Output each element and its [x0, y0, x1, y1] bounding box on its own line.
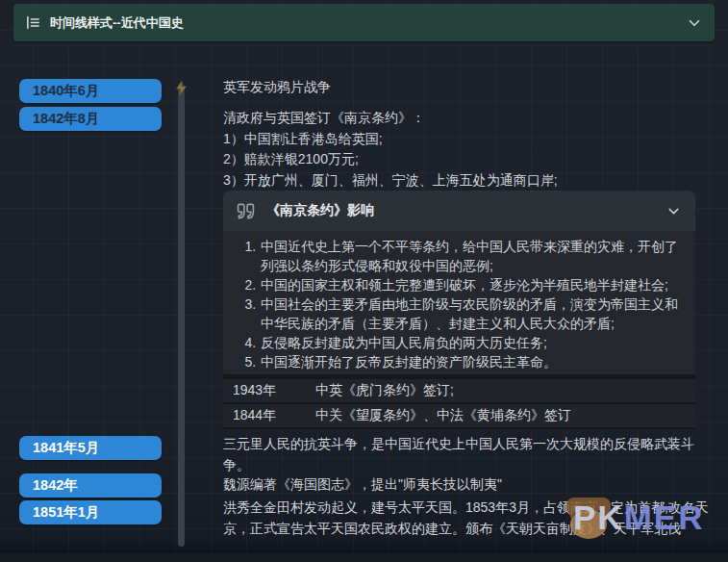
callout-title: 《南京条约》影响	[266, 202, 374, 219]
date-button-1851-01[interactable]: 1851年1月	[19, 500, 162, 524]
table-cell-event: 中关《望厦条约》、中法《黄埔条约》签订	[315, 407, 695, 424]
event-sanyuanli-text: 三元里人民的抗英斗争，是中国近代史上中国人民第一次大规模的反侵略武装斗争。	[223, 434, 712, 475]
callout-body: 中国近代史上第一个不平等条约，给中国人民带来深重的灾难，开创了列强以条约形式侵略…	[223, 231, 695, 379]
nanjing-treaty-item: 3）开放广州、厦门、福州、宁波、上海五处为通商口岸;	[223, 170, 712, 192]
event-nanjing-treaty-block: 清政府与英国签订《南京条约》： 1）中国割让香港岛给英国; 2）赔款洋银2100…	[223, 108, 712, 191]
quote-icon	[237, 202, 255, 220]
timeline-list-icon	[25, 14, 41, 31]
page-title: 时间线样式--近代中国史	[50, 14, 184, 32]
nanjing-impact-callout: 《南京条约》影响 中国近代史上第一个不平等条约，给中国人民带来深重的灾难，开创了…	[223, 191, 695, 379]
nanjing-treaty-title: 清政府与英国签订《南京条约》：	[223, 108, 712, 129]
event-weiyuan-text: 魏源编著《海国图志》，提出"师夷长技以制夷"	[223, 474, 712, 496]
table-cell-event: 中英《虎门条约》签订;	[315, 382, 695, 399]
nanjing-treaty-item: 1）中国割让香港岛给英国;	[223, 129, 712, 150]
timeline-spine	[178, 84, 185, 547]
lightning-icon	[173, 80, 189, 96]
date-button-1842[interactable]: 1842年	[19, 473, 162, 498]
event-taiping-text: 洪秀全金田村发动起义，建号太平天国。1853年3月，占领南京，定为首都,改名天京…	[223, 497, 712, 539]
callout-list-item: 中国的国家主权和领土完整遭到破坏，逐步沦为半殖民地半封建社会;	[260, 275, 680, 294]
event-opium-war-text: 英军发动鸦片战争	[223, 77, 712, 98]
timeline-header[interactable]: 时间线样式--近代中国史	[13, 4, 715, 41]
table-cell-year: 1844年	[223, 407, 315, 424]
nanjing-treaty-item: 2）赔款洋银2100万元;	[223, 149, 712, 170]
treaty-table: 1943年 中英《虎门条约》签订; 1844年 中关《望厦条约》、中法《黄埔条约…	[223, 374, 695, 429]
date-button-1840-06[interactable]: 1840年6月	[19, 79, 162, 103]
table-row: 1943年 中英《虎门条约》签订;	[223, 379, 695, 404]
date-button-1842-08[interactable]: 1842年8月	[19, 107, 162, 131]
header-collapse-chevron-icon[interactable]	[686, 14, 703, 32]
callout-list-item: 中国社会的主要矛盾由地主阶级与农民阶级的矛盾，演变为帝国主义和中华民族的矛盾（主…	[260, 294, 680, 333]
callout-collapse-chevron-icon[interactable]	[665, 203, 682, 219]
callout-list-item: 反侵略反封建成为中国人民肩负的两大历史任务;	[260, 333, 680, 352]
bottom-edge-strip	[0, 553, 728, 562]
callout-list-item: 中国逐渐开始了反帝反封建的资产阶级民主革命。	[260, 352, 680, 371]
date-button-1841-05[interactable]: 1841年5月	[19, 436, 162, 460]
callout-list-item: 中国近代史上第一个不平等条约，给中国人民带来深重的灾难，开创了列强以条约形式侵略…	[260, 237, 680, 275]
table-row: 1844年 中关《望厦条约》、中法《黄埔条约》签订	[223, 404, 695, 429]
table-cell-year: 1943年	[223, 382, 315, 399]
callout-header[interactable]: 《南京条约》影响	[223, 191, 695, 231]
timeline-page: 时间线样式--近代中国史 1840年6月 1842年8月 1841年5月 184…	[0, 0, 728, 562]
